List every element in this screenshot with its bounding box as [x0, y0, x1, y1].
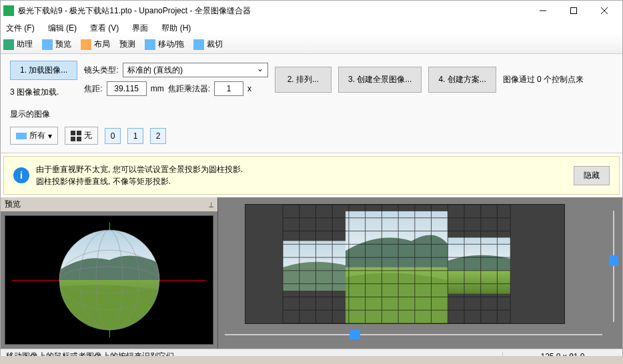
menu-help[interactable]: 帮助 (H): [159, 21, 193, 35]
dropdown-icon: ▾: [48, 131, 52, 141]
menu-edit[interactable]: 编辑 (E): [45, 21, 79, 35]
tab-layout[interactable]: 布局: [81, 39, 110, 50]
tab-preview[interactable]: 预览: [42, 39, 71, 50]
pano-content: [245, 205, 564, 323]
tab-predict-label: 预测: [119, 39, 135, 50]
suggestion-banner: i 由于垂直视野不太宽, 您可以尝试设置全景投影为圆柱投影. 圆柱投影保持垂直线…: [3, 156, 620, 195]
svg-rect-13: [71, 137, 75, 141]
mm-label: mm: [151, 84, 164, 93]
load-images-button[interactable]: 1. 加载图像...: [10, 61, 77, 80]
svg-rect-11: [71, 131, 75, 135]
preview-panel: 预览 ⟂: [1, 197, 218, 349]
focal-mult-input[interactable]: [214, 81, 243, 96]
hide-button[interactable]: 隐藏: [574, 166, 610, 185]
svg-rect-6: [42, 39, 53, 50]
preview-header: 预览 ⟂: [1, 197, 217, 211]
info-icon: i: [13, 167, 29, 183]
x-label: x: [247, 84, 251, 93]
suggestion-text: 由于垂直视野不太宽, 您可以尝试设置全景投影为圆柱投影. 圆柱投影保持垂直线, …: [36, 163, 567, 187]
lens-type-select[interactable]: 标准的 (直线的): [123, 63, 268, 77]
filter-all[interactable]: 所有 ▾: [10, 127, 58, 145]
pin-icon[interactable]: ⟂: [209, 200, 213, 209]
ctrl-points-label: 图像通过 0 个控制点来: [503, 74, 584, 85]
tab-crop-label: 裁切: [207, 39, 223, 50]
pano-panel: [218, 197, 622, 349]
images-section-label: 显示的图像: [1, 103, 622, 123]
controls-row: 1. 加载图像... 3 图像被加载. 镜头类型: 标准的 (直线的) 焦距: …: [1, 54, 622, 103]
svg-rect-8: [145, 39, 155, 50]
svg-rect-28: [448, 271, 510, 294]
tab-assist-label: 助理: [17, 39, 33, 50]
grid-icon: [71, 131, 81, 141]
menu-view[interactable]: 查看 (V): [87, 21, 121, 35]
focal-label: 焦距:: [84, 83, 102, 95]
image-index-2[interactable]: 2: [150, 128, 166, 144]
maximize-button[interactable]: [558, 1, 589, 21]
loaded-count-label: 3 图像被加载.: [10, 87, 77, 98]
menubar: 文件 (F) 编辑 (E) 查看 (V) 界面 帮助 (H): [1, 21, 622, 35]
tab-movedrag-label: 移动/拖: [158, 39, 184, 50]
svg-rect-12: [77, 131, 81, 135]
filter-none[interactable]: 无: [65, 127, 98, 145]
panels: 预览 ⟂: [1, 197, 622, 349]
images-row: 所有 ▾ 无 0 1 2: [1, 123, 622, 153]
horizontal-slider[interactable]: [225, 330, 602, 339]
tab-crop[interactable]: 裁切: [193, 39, 223, 50]
lens-type-label: 镜头类型:: [84, 65, 118, 76]
menu-file[interactable]: 文件 (F): [3, 21, 37, 35]
suggestion-line1: 由于垂直视野不太宽, 您可以尝试设置全景投影为圆柱投影.: [36, 165, 243, 174]
image-index-0[interactable]: 0: [105, 128, 121, 144]
toolbar: 助理 预览 布局 预测 移动/拖 裁切: [1, 35, 622, 54]
svg-rect-5: [3, 39, 14, 50]
filter-all-label: 所有: [29, 130, 45, 141]
titlebar: 极光下载站9 - 极光下载站11.pto - UpanoProject - 全景…: [1, 1, 622, 21]
tab-preview-label: 预览: [55, 39, 71, 50]
tab-layout-label: 布局: [94, 39, 110, 50]
tab-movedrag[interactable]: 移动/拖: [145, 39, 184, 50]
thumbnail-icon: [16, 131, 27, 141]
preview-title: 预览: [5, 199, 21, 210]
minimize-button[interactable]: [528, 1, 558, 21]
tab-predict[interactable]: 预测: [119, 39, 135, 50]
svg-rect-9: [193, 39, 204, 50]
vslider-thumb[interactable]: [609, 255, 618, 266]
svg-rect-2: [571, 8, 577, 14]
vertical-slider[interactable]: [609, 211, 618, 322]
image-index-1[interactable]: 1: [127, 128, 143, 144]
pano-canvas[interactable]: [245, 204, 565, 324]
preview-sphere: [53, 223, 166, 337]
arrange-button[interactable]: 2. 排列...: [275, 67, 332, 93]
svg-rect-14: [77, 137, 81, 141]
svg-rect-10: [16, 133, 27, 139]
preview-canvas[interactable]: [5, 215, 213, 345]
focal-input[interactable]: [107, 81, 147, 96]
preview-scrollbar[interactable]: [0, 356, 623, 364]
create-pano-button[interactable]: 3. 创建全景图像...: [338, 67, 422, 93]
focal-mult-label: 焦距乘法器:: [168, 83, 210, 95]
tab-assist[interactable]: 助理: [3, 39, 33, 50]
hslider-thumb[interactable]: [350, 330, 360, 339]
create-scheme-button[interactable]: 4. 创建方案...: [428, 67, 496, 93]
filter-none-label: 无: [84, 130, 92, 141]
svg-rect-0: [3, 5, 14, 16]
suggestion-line2: 圆柱投影保持垂直线, 不像等矩形投影.: [36, 177, 171, 186]
menu-interface[interactable]: 界面: [129, 21, 151, 35]
window-title: 极光下载站9 - 极光下载站11.pto - UpanoProject - 全景…: [18, 5, 528, 17]
lens-type-value: 标准的 (直线的): [127, 65, 183, 75]
app-icon: [3, 5, 14, 16]
svg-rect-7: [81, 39, 91, 50]
close-button[interactable]: [589, 1, 620, 21]
